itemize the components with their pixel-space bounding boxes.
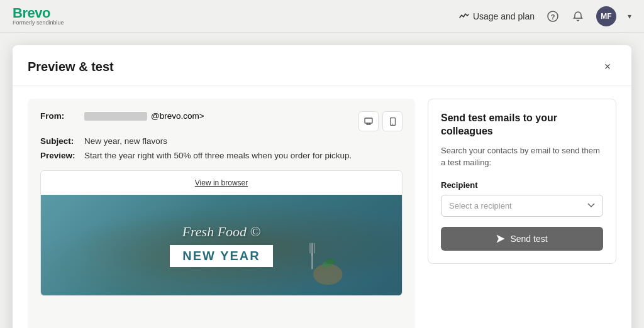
help-button[interactable]: ? bbox=[546, 9, 560, 23]
food-decoration bbox=[297, 232, 348, 295]
avatar-button[interactable]: MF bbox=[596, 6, 616, 26]
usage-plan-label: Usage and plan bbox=[473, 11, 535, 21]
send-test-panel: Send test emails to your colleagues Sear… bbox=[428, 99, 616, 328]
top-navigation: Brevo Formerly sendinblue Usage and plan… bbox=[0, 0, 644, 33]
send-test-title: Send test emails to your colleagues bbox=[441, 112, 603, 138]
preview-label: Preview: bbox=[40, 151, 84, 160]
usage-plan-button[interactable]: Usage and plan bbox=[459, 11, 535, 21]
svg-point-7 bbox=[392, 123, 393, 124]
send-test-card: Send test emails to your colleagues Sear… bbox=[428, 99, 616, 264]
svg-rect-2 bbox=[365, 118, 372, 123]
recipient-label: Recipient bbox=[441, 180, 603, 190]
preview-test-modal: Preview & test × From: @brevo.com> bbox=[13, 45, 631, 328]
send-test-button[interactable]: Send test bbox=[441, 227, 603, 251]
email-preview-panel: From: @brevo.com> bbox=[28, 99, 415, 328]
device-toggle-icons bbox=[358, 111, 402, 131]
send-icon bbox=[496, 234, 505, 243]
from-label: From: bbox=[40, 111, 84, 121]
email-metadata: From: @brevo.com> bbox=[40, 111, 402, 160]
email-render-box: View in browser bbox=[40, 170, 402, 296]
subject-row: Subject: New year, new flavors bbox=[40, 136, 402, 146]
view-in-browser-bar: View in browser bbox=[41, 171, 402, 195]
send-test-label: Send test bbox=[510, 234, 547, 244]
mobile-view-button[interactable] bbox=[382, 111, 402, 131]
avatar-chevron-icon[interactable]: ▾ bbox=[628, 12, 631, 21]
subject-label: Subject: bbox=[40, 136, 84, 146]
nav-actions: Usage and plan ? MF ▾ bbox=[459, 6, 631, 26]
subject-value: New year, new flavors bbox=[84, 136, 167, 146]
preview-value: Start the year right with 50% off three … bbox=[84, 151, 352, 160]
from-value-container: @brevo.com> bbox=[84, 111, 358, 121]
logo-subtext: Formerly sendinblue bbox=[13, 20, 64, 26]
email-banner-text: NEW YEAR bbox=[182, 249, 260, 263]
brevo-logo: Brevo Formerly sendinblue bbox=[13, 6, 64, 26]
from-row: From: @brevo.com> bbox=[40, 111, 402, 131]
modal-body: From: @brevo.com> bbox=[13, 86, 631, 328]
notifications-button[interactable] bbox=[571, 9, 585, 23]
email-banner: NEW YEAR bbox=[170, 245, 272, 267]
modal-header: Preview & test × bbox=[13, 45, 631, 86]
view-in-browser-link[interactable]: View in browser bbox=[195, 178, 248, 187]
avatar-initials: MF bbox=[601, 12, 611, 21]
modal-close-button[interactable]: × bbox=[599, 58, 616, 75]
email-headline: Fresh Food © bbox=[182, 224, 261, 240]
modal-title: Preview & test bbox=[28, 60, 114, 74]
modal-overlay: Preview & test × From: @brevo.com> bbox=[0, 33, 644, 328]
email-hero-image: Fresh Food © NEW YEAR bbox=[41, 195, 402, 295]
bell-icon bbox=[572, 11, 584, 22]
preview-row: Preview: Start the year right with 50% o… bbox=[40, 151, 402, 160]
desktop-view-button[interactable] bbox=[358, 111, 379, 131]
send-test-description: Search your contacts by email to send th… bbox=[441, 145, 603, 169]
svg-text:?: ? bbox=[551, 13, 555, 20]
activity-icon bbox=[459, 11, 469, 21]
logo-text: Brevo bbox=[13, 6, 64, 20]
from-email-blurred bbox=[84, 112, 147, 121]
desktop-icon bbox=[364, 118, 373, 125]
recipient-select[interactable]: Select a recipient bbox=[441, 195, 603, 217]
mobile-icon bbox=[390, 118, 396, 126]
from-email-suffix: @brevo.com> bbox=[151, 111, 204, 121]
logo-area: Brevo Formerly sendinblue bbox=[13, 6, 64, 26]
help-icon: ? bbox=[547, 11, 558, 22]
